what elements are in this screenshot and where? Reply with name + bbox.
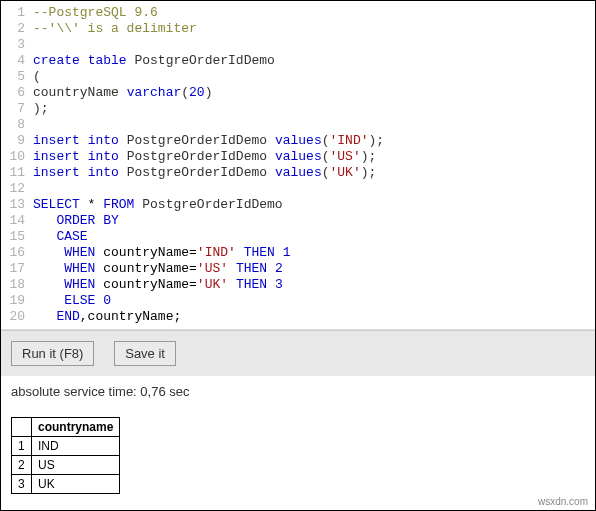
- code-line[interactable]: insert into PostgreOrderIdDemo values('U…: [33, 149, 595, 165]
- line-number: 4: [1, 53, 25, 69]
- table-header-row: countryname: [12, 418, 120, 437]
- code-line[interactable]: WHEN countryName='US' THEN 2: [33, 261, 595, 277]
- save-button[interactable]: Save it: [114, 341, 176, 366]
- row-number-cell: 3: [12, 475, 32, 494]
- line-number: 8: [1, 117, 25, 133]
- watermark: wsxdn.com: [538, 496, 588, 507]
- code-line[interactable]: CASE: [33, 229, 595, 245]
- line-number: 1: [1, 5, 25, 21]
- line-number: 9: [1, 133, 25, 149]
- code-line[interactable]: --PostgreSQL 9.6: [33, 5, 595, 21]
- table-header-cell: countryname: [32, 418, 120, 437]
- line-number: 20: [1, 309, 25, 325]
- controls-bar: Run it (F8) Save it: [1, 330, 595, 376]
- line-number-gutter: 1234567891011121314151617181920: [1, 5, 33, 325]
- data-cell: IND: [32, 437, 120, 456]
- line-number: 5: [1, 69, 25, 85]
- result-table: countryname 1IND2US3UK: [11, 417, 120, 494]
- line-number: 3: [1, 37, 25, 53]
- code-line[interactable]: [33, 181, 595, 197]
- data-cell: US: [32, 456, 120, 475]
- table-row: 1IND: [12, 437, 120, 456]
- code-line[interactable]: SELECT * FROM PostgreOrderIdDemo: [33, 197, 595, 213]
- code-line[interactable]: ELSE 0: [33, 293, 595, 309]
- line-number: 7: [1, 101, 25, 117]
- code-line[interactable]: [33, 37, 595, 53]
- line-number: 15: [1, 229, 25, 245]
- line-number: 11: [1, 165, 25, 181]
- code-line[interactable]: insert into PostgreOrderIdDemo values('I…: [33, 133, 595, 149]
- code-line[interactable]: create table PostgreOrderIdDemo: [33, 53, 595, 69]
- line-number: 6: [1, 85, 25, 101]
- line-number: 19: [1, 293, 25, 309]
- status-area: absolute service time: 0,76 sec: [1, 376, 595, 407]
- table-row: 2US: [12, 456, 120, 475]
- line-number: 18: [1, 277, 25, 293]
- code-line[interactable]: countryName varchar(20): [33, 85, 595, 101]
- code-area[interactable]: --PostgreSQL 9.6--'\\' is a delimitercre…: [33, 5, 595, 325]
- code-line[interactable]: WHEN countryName='IND' THEN 1: [33, 245, 595, 261]
- data-cell: UK: [32, 475, 120, 494]
- status-text: absolute service time: 0,76 sec: [11, 384, 189, 399]
- table-corner-cell: [12, 418, 32, 437]
- line-number: 16: [1, 245, 25, 261]
- code-line[interactable]: END,countryName;: [33, 309, 595, 325]
- line-number: 14: [1, 213, 25, 229]
- code-line[interactable]: insert into PostgreOrderIdDemo values('U…: [33, 165, 595, 181]
- row-number-cell: 2: [12, 456, 32, 475]
- line-number: 10: [1, 149, 25, 165]
- code-editor[interactable]: 1234567891011121314151617181920 --Postgr…: [1, 1, 595, 329]
- code-line[interactable]: );: [33, 101, 595, 117]
- code-line[interactable]: (: [33, 69, 595, 85]
- run-button[interactable]: Run it (F8): [11, 341, 94, 366]
- code-line[interactable]: ORDER BY: [33, 213, 595, 229]
- line-number: 13: [1, 197, 25, 213]
- table-row: 3UK: [12, 475, 120, 494]
- code-line[interactable]: --'\\' is a delimiter: [33, 21, 595, 37]
- code-editor-container: 1234567891011121314151617181920 --Postgr…: [1, 1, 595, 330]
- line-number: 2: [1, 21, 25, 37]
- line-number: 17: [1, 261, 25, 277]
- code-line[interactable]: [33, 117, 595, 133]
- line-number: 12: [1, 181, 25, 197]
- code-line[interactable]: WHEN countryName='UK' THEN 3: [33, 277, 595, 293]
- row-number-cell: 1: [12, 437, 32, 456]
- results-area: countryname 1IND2US3UK: [1, 407, 595, 504]
